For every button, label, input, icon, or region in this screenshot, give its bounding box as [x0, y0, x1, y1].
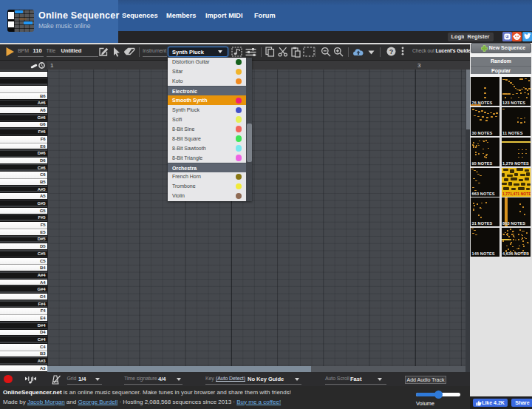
time-signature-select[interactable]: 4/4	[158, 376, 166, 382]
facebook-share-button[interactable]: Share	[511, 399, 532, 407]
sequence-thumbnail[interactable]: 4,636 NOTES	[502, 228, 531, 257]
instrument-settings-icon[interactable]	[245, 47, 256, 57]
sequence-thumbnail[interactable]: 76 NOTES	[471, 77, 499, 106]
volume-slider[interactable]	[416, 393, 460, 396]
select-instrument-notes-icon[interactable]	[231, 47, 242, 57]
piano-key-e4[interactable]: E4	[0, 314, 47, 322]
instrument-option-8-bit-sine[interactable]: 8-Bit Sine	[168, 124, 246, 134]
piano-key-b6[interactable]: B6	[0, 92, 47, 100]
author-link[interactable]: George Burdell	[78, 399, 117, 405]
instrument-option-trombone[interactable]: Trombone	[168, 182, 246, 192]
paste-icon[interactable]	[291, 47, 301, 58]
logo-tab[interactable]: Online Sequencer Make music online	[0, 0, 118, 43]
piano-key-ds6[interactable]: D#6	[0, 149, 47, 157]
help-icon[interactable]: ?	[386, 47, 396, 56]
sequence-thumbnail[interactable]: 95 NOTES	[471, 138, 499, 166]
piano-key-b3[interactable]: B3	[0, 351, 47, 358]
sequence-thumbnail[interactable]: 31 NOTES	[471, 197, 499, 226]
nav-import-midi[interactable]: Import MIDI	[205, 0, 243, 31]
tab-popular[interactable]: Popular	[471, 66, 531, 74]
instrument-option-synth-pluck[interactable]: Synth Pluck	[168, 105, 246, 115]
grid-select[interactable]: 1/4	[78, 376, 86, 382]
piano-key-fs4[interactable]: F#4	[0, 300, 47, 308]
instrument-option-scifi[interactable]: Scifi	[168, 115, 246, 124]
play-button[interactable]	[5, 47, 15, 57]
instrument-option-8-bit-triangle[interactable]: 8-Bit Triangle	[168, 153, 246, 163]
instrument-select[interactable]: Synth Pluck	[168, 47, 228, 57]
sequence-thumbnail[interactable]: 1,771,471 NOTES	[502, 168, 531, 197]
sequence-thumbnail[interactable]: 30 NOTES	[471, 107, 499, 136]
piano-key-as4[interactable]: A#4	[0, 271, 47, 279]
piano-key-cs4[interactable]: C#4	[0, 336, 47, 343]
cut-icon[interactable]	[278, 47, 289, 57]
piano-key-cs5[interactable]: C#5	[0, 250, 47, 257]
zoom-out-icon[interactable]	[321, 47, 331, 57]
instrument-option-distortion-guitar[interactable]: Distortion Guitar	[168, 58, 246, 67]
piano-key[interactable]	[0, 78, 47, 85]
piano-key-as3[interactable]: A#3	[0, 357, 47, 365]
piano-key-ds4[interactable]: D#4	[0, 322, 47, 329]
piano-key-g4[interactable]: G4	[0, 293, 47, 300]
piano-key-c4[interactable]: C4	[0, 343, 47, 351]
reddit-icon[interactable]	[512, 32, 522, 41]
sequence-thumbnail[interactable]: 863 NOTES	[502, 197, 531, 226]
dropdown-scrollbar[interactable]	[246, 58, 252, 201]
piano-key-a6[interactable]: A6	[0, 107, 47, 114]
piano-key-f5[interactable]: F5	[0, 221, 47, 229]
piano-key-gs4[interactable]: G#4	[0, 285, 47, 293]
piano-key-a5[interactable]: A5	[0, 192, 47, 200]
cloud-save-icon[interactable]	[352, 47, 364, 56]
instrument-option-sitar[interactable]: Sitar	[168, 67, 246, 76]
instrument-option-koto[interactable]: Koto	[168, 76, 246, 86]
piano-key[interactable]	[0, 85, 47, 92]
add-audio-track-button[interactable]: Add Audio Track	[405, 376, 446, 385]
piano-key-g5[interactable]: G5	[0, 207, 47, 214]
guide-banner[interactable]: Check out Lucent's Guide	[412, 48, 470, 53]
piano-key-cs6[interactable]: C#6	[0, 164, 47, 172]
autoscroll-select[interactable]: Fast	[350, 376, 361, 382]
metronome-icon[interactable]	[50, 375, 61, 385]
instrument-option-violin[interactable]: Violin	[168, 192, 246, 201]
selection-icon[interactable]	[303, 47, 315, 57]
nav-forum[interactable]: Forum	[254, 0, 276, 31]
sequence-thumbnail[interactable]: 1,279 NOTES	[502, 138, 531, 166]
author-link[interactable]: Jacob Morgan	[27, 399, 65, 405]
horizontal-scrollbar[interactable]	[47, 366, 466, 373]
instrument-option-8-bit-square[interactable]: 8-Bit Square	[168, 134, 246, 143]
piano-key-g6[interactable]: G6	[0, 121, 47, 129]
select-tool-icon[interactable]	[112, 47, 121, 58]
piano-key-gs5[interactable]: G#5	[0, 200, 47, 207]
piano-key-a4[interactable]: A4	[0, 279, 47, 286]
copy-icon[interactable]	[265, 47, 275, 57]
piano-key-d6[interactable]: D6	[0, 157, 47, 164]
cloud-caret-icon[interactable]	[368, 50, 375, 55]
instrument-option-8-bit-sawtooth[interactable]: 8-Bit Sawtooth	[168, 143, 246, 153]
draw-tool-icon[interactable]	[98, 47, 109, 57]
piano-key-as6[interactable]: A#6	[0, 100, 47, 107]
volume-slider-thumb[interactable]	[434, 391, 443, 399]
sequence-thumbnail[interactable]: 663 NOTES	[471, 168, 499, 197]
eraser-icon[interactable]	[124, 47, 135, 56]
piano-key-d5[interactable]: D5	[0, 243, 47, 250]
piano-key-d4[interactable]: D4	[0, 329, 47, 337]
sequence-thumbnail[interactable]: 123 NOTES	[502, 77, 531, 106]
instrument-option-smooth-synth[interactable]: Smooth Synth	[168, 95, 246, 105]
kebab-menu-icon[interactable]	[401, 47, 404, 55]
piano-key-fs5[interactable]: F#5	[0, 214, 47, 222]
horizontal-scroll-thumb[interactable]	[47, 366, 311, 373]
nav-sequences[interactable]: Sequences	[122, 0, 158, 31]
record-button[interactable]	[4, 375, 13, 384]
new-sequence-button[interactable]: New Sequence	[471, 43, 531, 53]
dropdown-scroll-thumb[interactable]	[247, 124, 252, 162]
sequence-thumbnail[interactable]: 11 NOTES	[502, 107, 531, 136]
instrument-option-french-horn[interactable]: French Horn	[168, 172, 246, 182]
twitter-icon[interactable]	[522, 32, 532, 41]
piano-key-as5[interactable]: A#5	[0, 186, 47, 193]
bpm-input[interactable]: 110	[33, 47, 42, 54]
zoom-in-icon[interactable]	[333, 47, 344, 57]
piano-key-c6[interactable]: C6	[0, 171, 47, 178]
title-input[interactable]: Untitled	[61, 47, 82, 54]
nav-members[interactable]: Members	[166, 0, 196, 31]
piano-key-e5[interactable]: E5	[0, 229, 47, 236]
key-guide-select[interactable]: No Key Guide	[248, 376, 284, 382]
